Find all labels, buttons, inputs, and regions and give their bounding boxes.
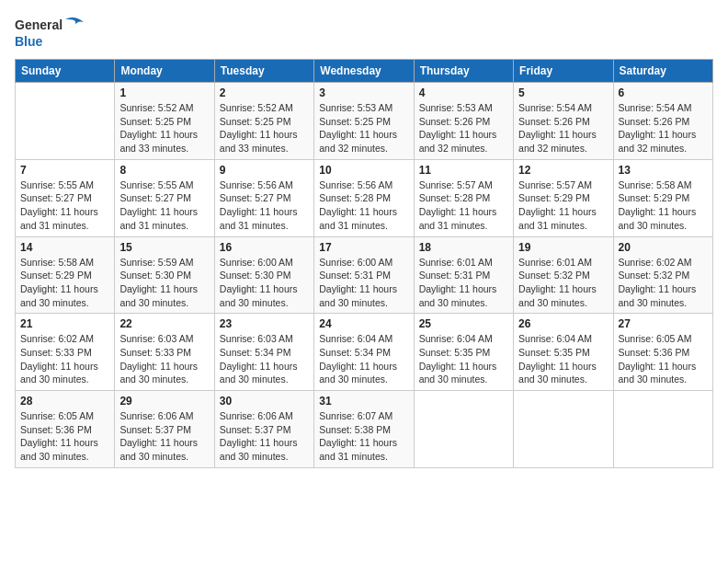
day-number: 22: [119, 317, 209, 330]
day-cell: 12Sunrise: 5:57 AMSunset: 5:29 PMDayligh…: [514, 159, 613, 236]
day-cell: [613, 391, 712, 468]
day-cell: 16Sunrise: 6:00 AMSunset: 5:30 PMDayligh…: [214, 236, 313, 314]
day-cell: 3Sunrise: 5:53 AMSunset: 5:25 PMDaylight…: [314, 83, 414, 160]
day-cell: 29Sunrise: 6:06 AMSunset: 5:37 PMDayligh…: [115, 391, 214, 468]
week-row-3: 14Sunrise: 5:58 AMSunset: 5:29 PMDayligh…: [16, 236, 713, 314]
day-cell: 1Sunrise: 5:52 AMSunset: 5:25 PMDaylight…: [115, 83, 214, 160]
day-cell: 4Sunrise: 5:53 AMSunset: 5:26 PMDaylight…: [414, 83, 513, 160]
day-number: 8: [119, 164, 209, 177]
day-info: Sunrise: 6:05 AMSunset: 5:36 PMDaylight:…: [619, 332, 708, 386]
day-info: Sunrise: 6:07 AMSunset: 5:38 PMDaylight:…: [319, 409, 408, 464]
day-cell: 23Sunrise: 6:03 AMSunset: 5:34 PMDayligh…: [214, 314, 313, 391]
day-number: 6: [619, 86, 708, 99]
day-cell: 22Sunrise: 6:03 AMSunset: 5:33 PMDayligh…: [115, 314, 214, 391]
week-row-5: 28Sunrise: 6:05 AMSunset: 5:36 PMDayligh…: [16, 391, 713, 468]
day-info: Sunrise: 5:54 AMSunset: 5:26 PMDaylight:…: [619, 101, 708, 155]
day-info: Sunrise: 6:03 AMSunset: 5:33 PMDaylight:…: [119, 332, 209, 386]
day-number: 23: [220, 317, 309, 330]
day-cell: [514, 391, 613, 468]
day-cell: 9Sunrise: 5:56 AMSunset: 5:27 PMDaylight…: [214, 159, 313, 236]
day-cell: 5Sunrise: 5:54 AMSunset: 5:26 PMDaylight…: [514, 83, 613, 160]
day-info: Sunrise: 6:00 AMSunset: 5:31 PMDaylight:…: [319, 256, 408, 310]
day-info: Sunrise: 5:58 AMSunset: 5:29 PMDaylight:…: [619, 178, 708, 233]
day-number: 9: [220, 164, 309, 177]
day-number: 3: [319, 86, 408, 99]
day-number: 14: [20, 241, 109, 254]
day-number: 16: [220, 241, 309, 254]
day-info: Sunrise: 6:01 AMSunset: 5:32 PMDaylight:…: [518, 256, 608, 310]
day-info: Sunrise: 5:56 AMSunset: 5:27 PMDaylight:…: [220, 178, 309, 233]
week-row-1: 1Sunrise: 5:52 AMSunset: 5:25 PMDaylight…: [16, 83, 713, 160]
day-info: Sunrise: 5:52 AMSunset: 5:25 PMDaylight:…: [220, 101, 309, 155]
day-cell: 2Sunrise: 5:52 AMSunset: 5:25 PMDaylight…: [214, 83, 313, 160]
day-number: 31: [319, 395, 408, 408]
day-number: 30: [220, 395, 309, 408]
day-number: 13: [619, 164, 708, 177]
day-info: Sunrise: 5:56 AMSunset: 5:28 PMDaylight:…: [319, 178, 408, 233]
day-number: 11: [419, 164, 508, 177]
day-cell: 25Sunrise: 6:04 AMSunset: 5:35 PMDayligh…: [414, 314, 513, 391]
day-number: 12: [518, 164, 608, 177]
day-cell: 18Sunrise: 6:01 AMSunset: 5:31 PMDayligh…: [414, 236, 513, 314]
day-info: Sunrise: 6:05 AMSunset: 5:36 PMDaylight:…: [20, 409, 109, 464]
day-number: 19: [518, 241, 608, 254]
day-info: Sunrise: 5:57 AMSunset: 5:28 PMDaylight:…: [419, 178, 508, 233]
day-cell: 8Sunrise: 5:55 AMSunset: 5:27 PMDaylight…: [115, 159, 214, 236]
day-number: 28: [20, 395, 109, 408]
day-cell: 20Sunrise: 6:02 AMSunset: 5:32 PMDayligh…: [613, 236, 712, 314]
day-number: 7: [20, 164, 109, 177]
week-row-4: 21Sunrise: 6:02 AMSunset: 5:33 PMDayligh…: [16, 314, 713, 391]
day-cell: 28Sunrise: 6:05 AMSunset: 5:36 PMDayligh…: [16, 391, 115, 468]
header-cell-saturday: Saturday: [613, 60, 712, 83]
day-number: 5: [518, 86, 608, 99]
day-info: Sunrise: 6:04 AMSunset: 5:34 PMDaylight:…: [319, 332, 408, 386]
day-cell: 6Sunrise: 5:54 AMSunset: 5:26 PMDaylight…: [613, 83, 712, 160]
day-info: Sunrise: 5:59 AMSunset: 5:30 PMDaylight:…: [119, 256, 209, 310]
calendar-table: SundayMondayTuesdayWednesdayThursdayFrid…: [15, 59, 713, 468]
header-cell-thursday: Thursday: [414, 60, 513, 83]
day-cell: 17Sunrise: 6:00 AMSunset: 5:31 PMDayligh…: [314, 236, 414, 314]
page-header: GeneralBlue: [15, 15, 713, 52]
day-cell: 15Sunrise: 5:59 AMSunset: 5:30 PMDayligh…: [115, 236, 214, 314]
day-cell: [414, 391, 513, 468]
day-cell: 11Sunrise: 5:57 AMSunset: 5:28 PMDayligh…: [414, 159, 513, 236]
day-cell: 27Sunrise: 6:05 AMSunset: 5:36 PMDayligh…: [613, 314, 712, 391]
day-info: Sunrise: 6:04 AMSunset: 5:35 PMDaylight:…: [419, 332, 508, 386]
day-number: 17: [319, 241, 408, 254]
day-cell: 31Sunrise: 6:07 AMSunset: 5:38 PMDayligh…: [314, 391, 414, 468]
day-number: 27: [619, 317, 708, 330]
day-info: Sunrise: 5:53 AMSunset: 5:26 PMDaylight:…: [419, 101, 508, 155]
day-info: Sunrise: 5:54 AMSunset: 5:26 PMDaylight:…: [518, 101, 608, 155]
day-number: 21: [20, 317, 109, 330]
day-info: Sunrise: 6:06 AMSunset: 5:37 PMDaylight:…: [119, 409, 209, 464]
day-cell: 30Sunrise: 6:06 AMSunset: 5:37 PMDayligh…: [214, 391, 313, 468]
svg-text:General: General: [15, 17, 63, 32]
header-cell-friday: Friday: [514, 60, 613, 83]
day-info: Sunrise: 5:53 AMSunset: 5:25 PMDaylight:…: [319, 101, 408, 155]
day-cell: 14Sunrise: 5:58 AMSunset: 5:29 PMDayligh…: [16, 236, 115, 314]
header-cell-wednesday: Wednesday: [314, 60, 414, 83]
header-cell-monday: Monday: [115, 60, 214, 83]
day-info: Sunrise: 6:02 AMSunset: 5:33 PMDaylight:…: [20, 332, 109, 386]
day-number: 24: [319, 317, 408, 330]
day-cell: 10Sunrise: 5:56 AMSunset: 5:28 PMDayligh…: [314, 159, 414, 236]
day-info: Sunrise: 6:01 AMSunset: 5:31 PMDaylight:…: [419, 256, 508, 310]
header-cell-sunday: Sunday: [16, 60, 115, 83]
day-info: Sunrise: 6:03 AMSunset: 5:34 PMDaylight:…: [220, 332, 309, 386]
day-cell: 26Sunrise: 6:04 AMSunset: 5:35 PMDayligh…: [514, 314, 613, 391]
day-cell: 24Sunrise: 6:04 AMSunset: 5:34 PMDayligh…: [314, 314, 414, 391]
header-cell-tuesday: Tuesday: [214, 60, 313, 83]
day-cell: 7Sunrise: 5:55 AMSunset: 5:27 PMDaylight…: [16, 159, 115, 236]
calendar-body: 1Sunrise: 5:52 AMSunset: 5:25 PMDaylight…: [16, 83, 713, 468]
day-cell: [16, 83, 115, 160]
day-info: Sunrise: 5:52 AMSunset: 5:25 PMDaylight:…: [119, 101, 209, 155]
day-info: Sunrise: 6:06 AMSunset: 5:37 PMDaylight:…: [220, 409, 309, 464]
logo-svg: GeneralBlue: [15, 15, 88, 52]
day-info: Sunrise: 5:57 AMSunset: 5:29 PMDaylight:…: [518, 178, 608, 233]
day-number: 1: [119, 86, 209, 99]
day-number: 20: [619, 241, 708, 254]
day-info: Sunrise: 6:00 AMSunset: 5:30 PMDaylight:…: [220, 256, 309, 310]
day-cell: 19Sunrise: 6:01 AMSunset: 5:32 PMDayligh…: [514, 236, 613, 314]
day-info: Sunrise: 5:58 AMSunset: 5:29 PMDaylight:…: [20, 256, 109, 310]
day-number: 26: [518, 317, 608, 330]
